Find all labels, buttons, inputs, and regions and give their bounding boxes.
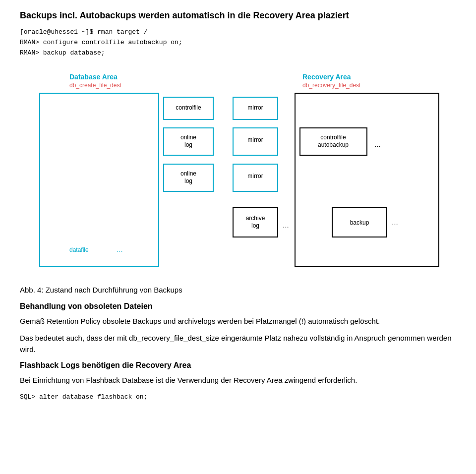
- svg-text:Database Area: Database Area: [69, 73, 118, 81]
- svg-rect-4: [40, 93, 159, 267]
- svg-text:…: …: [117, 246, 123, 253]
- svg-text:mirror: mirror: [247, 104, 263, 111]
- svg-text:archive: archive: [246, 215, 265, 222]
- svg-text:…: …: [374, 141, 381, 148]
- section2-text: Bei Einrichtung von Flashback Database i…: [20, 375, 456, 386]
- code-block-rman: [oracle@uhesse1 ~]$ rman target / RMAN> …: [20, 27, 456, 58]
- svg-text:online: online: [180, 134, 196, 141]
- svg-text:controlfile: controlfile: [320, 134, 346, 141]
- svg-text:…: …: [392, 219, 398, 226]
- svg-text:…: …: [283, 222, 289, 229]
- svg-text:autobackup: autobackup: [318, 141, 349, 148]
- svg-text:log: log: [184, 141, 192, 148]
- diagram-container: Database Area db_create_file_dest Recove…: [20, 68, 456, 277]
- svg-text:db_create_file_dest: db_create_file_dest: [69, 82, 121, 89]
- section2-title: Flashback Logs benötigen die Recovery Ar…: [20, 361, 456, 370]
- code-line-3: RMAN> backup database;: [20, 49, 105, 57]
- diagram-svg: Database Area db_create_file_dest Recove…: [25, 68, 451, 277]
- code-line-1: [oracle@uhesse1 ~]$ rman target /: [20, 28, 147, 36]
- svg-text:db_recovery_file_dest: db_recovery_file_dest: [302, 82, 361, 89]
- svg-text:backup: backup: [350, 219, 369, 226]
- section1-text: Gemäß Retention Policy obsolete Backups …: [20, 316, 456, 327]
- sql-code-line: SQL> alter database flashback on;: [20, 393, 147, 401]
- svg-text:mirror: mirror: [247, 136, 263, 143]
- svg-text:controlfile: controlfile: [176, 104, 201, 111]
- section1-text2: Das bedeutet auch, dass der mit db_recov…: [20, 333, 456, 355]
- page-title: Backups incl. Autobackups werden automat…: [20, 10, 456, 21]
- svg-rect-32: [295, 93, 439, 267]
- section1-title: Behandlung von obsoleten Dateien: [20, 302, 456, 311]
- svg-text:log: log: [251, 222, 259, 229]
- svg-text:log: log: [184, 178, 192, 184]
- svg-text:Recovery Area: Recovery Area: [302, 73, 351, 81]
- code-block-sql: SQL> alter database flashback on;: [20, 392, 456, 403]
- svg-text:datafile: datafile: [69, 246, 89, 253]
- svg-text:online: online: [180, 170, 196, 177]
- figure-caption: Abb. 4: Zustand nach Durchführung von Ba…: [20, 286, 456, 294]
- code-line-2: RMAN> configure controlfile autobackup o…: [20, 39, 182, 46]
- svg-text:mirror: mirror: [247, 173, 263, 179]
